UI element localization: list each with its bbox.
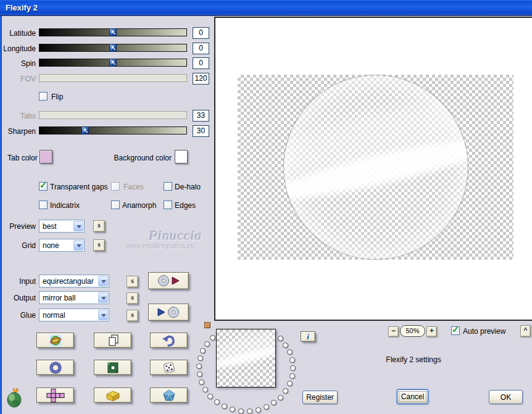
tab-color-swatch[interactable] — [39, 150, 52, 164]
zoom-in-button[interactable]: + — [426, 326, 437, 337]
zoom-out-button[interactable]: − — [388, 326, 399, 337]
dial-handle[interactable] — [204, 322, 210, 328]
flaming-pear-logo[interactable] — [5, 387, 25, 410]
dial-dot[interactable] — [289, 357, 295, 363]
transparency-checkerboard[interactable] — [238, 75, 513, 260]
dial-thumbnail[interactable] — [216, 329, 276, 387]
auto-preview-label: Auto preview — [463, 327, 505, 336]
dice-icon — [162, 360, 177, 375]
dial-dot[interactable] — [287, 381, 293, 386]
polyhedron-button[interactable] — [150, 387, 188, 403]
grid-s-button[interactable]: s — [93, 239, 105, 251]
brick-button[interactable] — [94, 387, 131, 403]
ok-button[interactable]: OK — [489, 390, 523, 404]
dial-dot[interactable] — [199, 379, 204, 385]
output-select[interactable]: mirror ball — [39, 291, 109, 304]
input-select[interactable]: equirectangular — [39, 275, 109, 288]
de-halo-label: De-halo — [175, 183, 201, 191]
chevron-down-icon[interactable] — [98, 310, 108, 320]
longitude-value-field[interactable]: 0 — [193, 43, 209, 54]
dial-dot[interactable] — [204, 341, 210, 347]
de-halo-checkbox[interactable] — [164, 182, 172, 191]
fov-value-field[interactable]: 120 — [193, 73, 209, 85]
dial-dot[interactable] — [210, 335, 215, 341]
dial-dot[interactable] — [264, 404, 269, 410]
anamorph-checkbox[interactable] — [111, 201, 120, 209]
cube-net-button[interactable] — [36, 387, 74, 403]
undo-button[interactable] — [150, 333, 188, 348]
dial-dot[interactable] — [200, 348, 206, 354]
collapse-button[interactable]: ^ — [520, 325, 531, 337]
chevron-down-icon[interactable] — [73, 240, 83, 250]
dial-dot[interactable] — [230, 407, 235, 412]
info-button[interactable]: i — [301, 331, 315, 342]
globe-icon — [49, 334, 62, 347]
dial-dot[interactable] — [238, 408, 244, 414]
tabs-slider — [39, 111, 187, 119]
dial-dot[interactable] — [290, 365, 296, 371]
copy-button[interactable] — [94, 333, 131, 348]
load-settings-disc-button[interactable] — [148, 304, 189, 321]
flip-checkbox[interactable] — [39, 92, 48, 101]
background-color-swatch[interactable] — [175, 150, 188, 164]
latitude-slider[interactable] — [39, 28, 187, 36]
preview-select[interactable]: best — [39, 220, 85, 233]
glue-select[interactable]: normal — [39, 308, 109, 321]
sharpen-slider[interactable] — [39, 126, 187, 135]
grid-select[interactable]: none — [39, 239, 85, 252]
latitude-slider-marker[interactable] — [109, 28, 117, 36]
cancel-button[interactable]: Cancel — [397, 389, 428, 404]
output-s-button[interactable]: s — [127, 292, 138, 304]
input-s-button[interactable]: s — [127, 276, 138, 288]
chevron-down-icon[interactable] — [73, 221, 83, 231]
green-frame-icon — [106, 361, 120, 375]
preview-select-value: best — [43, 222, 57, 231]
frame-button[interactable] — [94, 360, 131, 375]
preview-sphere — [283, 75, 468, 260]
dial-dot[interactable] — [287, 349, 293, 355]
dial-dot[interactable] — [222, 404, 227, 409]
dice-button[interactable] — [150, 360, 188, 375]
chevron-down-icon[interactable] — [98, 292, 108, 303]
background-color-label: Background color — [99, 154, 172, 162]
zoom-level[interactable]: 50% — [400, 325, 425, 337]
preview-s-button[interactable]: s — [93, 220, 105, 232]
spin-slider[interactable] — [39, 59, 187, 67]
ring-button[interactable] — [36, 360, 74, 375]
title-bar[interactable]: Flexify 2 — [0, 0, 532, 16]
latitude-value-field[interactable]: 0 — [193, 27, 209, 39]
spin-value-field[interactable]: 0 — [193, 57, 209, 69]
tabs-value-field[interactable]: 33 — [193, 110, 209, 122]
chevron-down-icon[interactable] — [98, 276, 108, 286]
sharpen-slider-marker[interactable] — [81, 126, 89, 135]
dial-dot[interactable] — [207, 394, 213, 399]
dial-dot[interactable] — [283, 342, 288, 348]
dial-dot[interactable] — [271, 400, 276, 405]
dial-dot[interactable] — [256, 407, 261, 413]
save-settings-disc-button[interactable] — [148, 272, 189, 289]
dial-dot[interactable] — [278, 395, 283, 400]
dial-dot[interactable] — [278, 336, 283, 341]
dial-dot[interactable] — [197, 355, 203, 361]
auto-preview-checkbox[interactable] — [451, 326, 460, 335]
dial-dot[interactable] — [247, 408, 252, 414]
dial-dot[interactable] — [289, 373, 295, 379]
spin-slider-marker[interactable] — [109, 59, 117, 67]
dial-dot[interactable] — [196, 363, 202, 369]
dial-dot[interactable] — [214, 399, 220, 405]
dial-dot[interactable] — [283, 388, 288, 394]
dial-dot[interactable] — [202, 387, 208, 392]
copy-pages-icon — [106, 334, 120, 347]
sharpen-value-field[interactable]: 30 — [193, 125, 209, 137]
globe-button[interactable] — [36, 333, 74, 348]
glue-s-button[interactable]: s — [127, 310, 138, 321]
longitude-slider-marker[interactable] — [109, 44, 117, 52]
indicatrix-checkbox[interactable] — [39, 201, 48, 209]
faces-checkbox — [111, 182, 120, 191]
register-button[interactable]: Register — [302, 391, 338, 404]
transparent-gaps-checkbox[interactable] — [39, 182, 48, 191]
edges-checkbox[interactable] — [164, 201, 172, 209]
dial-dot[interactable] — [197, 371, 202, 377]
polyhedron-icon — [162, 389, 177, 402]
longitude-slider[interactable] — [39, 44, 187, 52]
